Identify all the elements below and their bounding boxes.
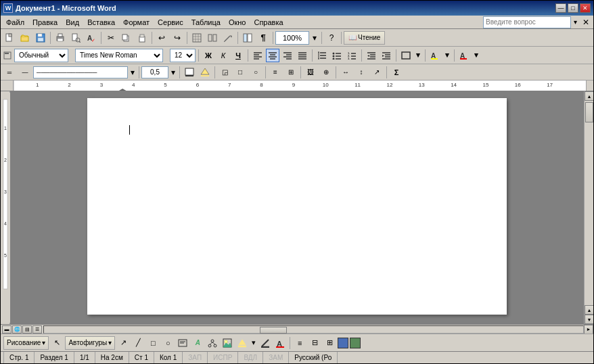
insert-columns-button[interactable] <box>205 30 220 45</box>
highlight-dropdown[interactable]: ▾ <box>443 49 451 62</box>
increase-indent-button[interactable] <box>380 49 393 62</box>
fill-green-button[interactable] <box>350 338 361 348</box>
menu-help[interactable]: Справка <box>250 17 287 28</box>
font-select[interactable]: Times New Roman <box>75 49 163 62</box>
draw-extra-6[interactable]: 🖼 <box>303 65 318 80</box>
menu-edit[interactable]: Правка <box>28 17 62 28</box>
h-scroll-right-button[interactable]: ► <box>584 325 593 334</box>
document-map-button[interactable] <box>240 30 255 45</box>
drawing-menu-button[interactable]: Рисование ▾ <box>3 336 49 350</box>
scroll-down-button-2[interactable]: ▼ <box>585 315 593 324</box>
style-select[interactable]: Обычный <box>14 49 68 62</box>
align-rows-button[interactable]: ⊟ <box>308 336 321 350</box>
fill-color-bottom-button[interactable] <box>235 336 249 350</box>
outside-border-button[interactable] <box>399 49 413 62</box>
document-area[interactable] <box>10 91 584 324</box>
line-style-selector[interactable]: ────────────── <box>33 66 128 78</box>
clipart-button[interactable] <box>221 336 234 350</box>
print-button[interactable] <box>53 30 68 45</box>
bold-button[interactable]: Ж <box>202 49 215 62</box>
autoshapes-button[interactable]: Автофигуры ▾ <box>65 336 115 350</box>
maximize-button[interactable]: □ <box>568 3 578 13</box>
line-tool-btn1[interactable]: ═ <box>2 65 17 80</box>
align-icons-button[interactable]: ≡ <box>293 336 306 350</box>
draw-extra-10[interactable]: ↗ <box>369 65 384 80</box>
redo-button[interactable]: ↪ <box>170 30 185 45</box>
align-cols-button[interactable]: ⊞ <box>323 336 336 350</box>
draw-extra-7[interactable]: ⊕ <box>319 65 334 80</box>
reading-mode-button[interactable]: 📖 Чтение <box>344 31 385 45</box>
ellipse-draw-button[interactable]: ○ <box>161 336 175 350</box>
line-spacing-button[interactable] <box>315 49 329 62</box>
scroll-track[interactable] <box>585 101 593 305</box>
scroll-thumb[interactable] <box>585 102 593 122</box>
minimize-button[interactable]: — <box>555 3 566 13</box>
insert-table-button[interactable] <box>189 30 204 45</box>
line-size-dropdown[interactable]: ▾ <box>169 65 177 80</box>
scroll-down-button-1[interactable]: ▲ <box>585 305 593 315</box>
copy-button[interactable] <box>119 30 134 45</box>
fill-color-btn[interactable] <box>198 65 212 80</box>
line-style-dropdown[interactable]: ▾ <box>129 65 137 80</box>
menu-insert[interactable]: Вставка <box>83 17 119 28</box>
sum-btn[interactable]: Σ <box>389 65 404 80</box>
highlight-button[interactable]: A <box>428 49 442 62</box>
help-input[interactable] <box>483 16 571 28</box>
align-center-button[interactable] <box>266 49 279 62</box>
fill-color-dropdown-bottom[interactable]: ▾ <box>250 336 257 350</box>
line-draw-button[interactable]: ╱ <box>131 336 145 350</box>
underline-button[interactable]: Ч <box>231 49 245 62</box>
draw-extra-8[interactable]: ↔ <box>338 65 353 80</box>
line-color-bottom-button[interactable] <box>258 336 272 350</box>
web-view-button[interactable]: 🌐 <box>12 325 22 334</box>
menu-window[interactable]: Окно <box>225 17 250 28</box>
wordart-button[interactable]: A <box>191 336 204 350</box>
draw-extra-1[interactable]: ◲ <box>217 65 232 80</box>
menu-close-icon[interactable]: ✕ <box>580 18 592 27</box>
drawing-button[interactable] <box>221 30 235 45</box>
zoom-dropdown-button[interactable]: ▾ <box>310 30 319 45</box>
h-scroll-thumb[interactable] <box>260 327 287 334</box>
menu-view[interactable]: Вид <box>62 17 83 28</box>
scroll-up-button[interactable]: ▲ <box>585 91 593 101</box>
font-color-dropdown[interactable]: ▾ <box>472 49 480 62</box>
draw-extra-4[interactable]: ≡ <box>268 65 283 80</box>
line-tool-btn2[interactable]: — <box>18 65 32 80</box>
draw-extra-3[interactable]: ○ <box>248 65 263 80</box>
print-preview-button[interactable] <box>68 30 83 45</box>
line-color-btn[interactable] <box>182 65 197 80</box>
font-color-bottom-button[interactable]: A <box>273 336 287 350</box>
textbox-button[interactable] <box>176 336 189 350</box>
outline-view-button[interactable]: ☰ <box>32 325 42 334</box>
normal-view-button[interactable]: ▬ <box>2 325 12 334</box>
draw-extra-5[interactable]: ⊞ <box>283 65 298 80</box>
decrease-indent-button[interactable] <box>365 49 378 62</box>
rect-draw-button[interactable]: □ <box>146 336 160 350</box>
close-button[interactable]: ✕ <box>580 3 591 13</box>
menu-table[interactable]: Таблица <box>187 17 225 28</box>
arrow-tool-button[interactable]: ↗ <box>116 336 130 350</box>
border-dropdown-button[interactable]: ▾ <box>414 49 422 62</box>
help-arrow[interactable]: ▾ <box>574 18 577 26</box>
vertical-scrollbar[interactable]: ▲ ▲ ▼ <box>584 91 593 324</box>
print-view-button[interactable]: ▤ <box>22 325 32 334</box>
style-arrow[interactable] <box>2 48 13 63</box>
cut-button[interactable]: ✂ <box>104 30 118 45</box>
menu-format[interactable]: Формат <box>119 17 154 28</box>
italic-button[interactable]: К <box>216 49 230 62</box>
undo-button[interactable]: ↩ <box>154 30 169 45</box>
menu-tools[interactable]: Сервис <box>154 17 187 28</box>
size-select[interactable]: 12 <box>170 49 196 62</box>
justify-button[interactable] <box>296 49 309 62</box>
h-scroll-track[interactable] <box>43 325 584 334</box>
save-button[interactable] <box>33 30 48 45</box>
draw-extra-2[interactable]: □ <box>233 65 248 80</box>
new-button[interactable] <box>2 30 17 45</box>
numbering-button[interactable]: 1.2.3. <box>345 49 359 62</box>
menu-file[interactable]: Файл <box>2 17 28 28</box>
show-hide-button[interactable]: ¶ <box>256 30 271 45</box>
select-tool-button[interactable]: ↖ <box>50 336 64 350</box>
bullets-button[interactable] <box>330 49 344 62</box>
diagram-button[interactable] <box>206 336 219 350</box>
help-button[interactable]: ? <box>324 30 339 45</box>
